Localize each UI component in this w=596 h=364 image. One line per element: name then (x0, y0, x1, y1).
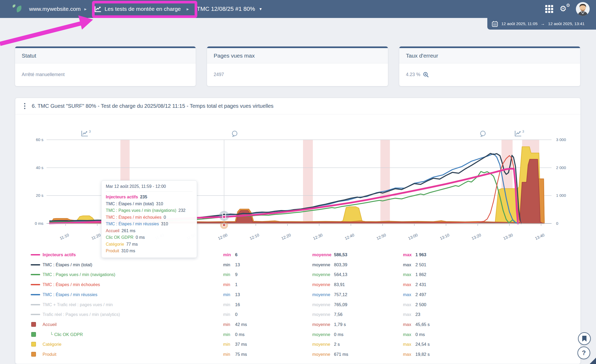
legend-label: TMC : Étapes / min réussies (43, 290, 97, 300)
legend-avg-key: moyenne (312, 260, 330, 270)
legend-max-key: max (403, 329, 411, 339)
legend-avg-key: moyenne (312, 279, 330, 290)
legend-row[interactable]: Trafic réel : Pages vues / min (analytic… (15, 309, 565, 319)
legend-line-swatch (31, 314, 40, 315)
legend-max-key: max (403, 300, 411, 310)
tooltip-series-value: 310 (156, 202, 163, 206)
legend-avg-value: 803,39 (334, 260, 347, 270)
legend-min-key: min (223, 250, 231, 260)
legend-row[interactable]: └ Clic OK GDPRmin0 msmoyenne0 msmax0 ms (15, 329, 565, 339)
bookmark-icon (582, 335, 587, 342)
legend-avg-key: moyenne (312, 329, 330, 339)
legend-avg-value: 2 s (334, 339, 340, 349)
card-value: Arrêté manuellement (22, 72, 65, 77)
user-avatar[interactable] (576, 2, 590, 16)
legend-avg-key: moyenne (312, 349, 330, 359)
legend-line-swatch (31, 274, 40, 275)
zoom-in-icon[interactable] (423, 72, 429, 78)
date-range-end: 12 août 2025, 13:41 (548, 21, 585, 26)
legend-min-value: 13 (235, 290, 240, 300)
tooltip-row: Clic OK GDPR0 ms (106, 234, 192, 241)
legend-row[interactable]: TMC : Étapes / min (total)min13moyenne80… (15, 260, 565, 270)
legend-max-key: max (403, 290, 411, 300)
apps-grid-icon[interactable] (545, 5, 553, 13)
card-statut: Statut Arrêté manuellement (15, 46, 196, 86)
legend-min-value: 37 ms (235, 339, 247, 349)
legend-min-key: min (223, 309, 230, 319)
run-selector[interactable]: TMC 12/08/25 #1 80% ▼ (197, 6, 262, 12)
legend-max-key: max (403, 339, 411, 349)
legend-row[interactable]: Catégoriemin37 msmoyenne2 smax24,54 s (15, 339, 565, 349)
legend-label: TMC + Trafic réel : pages vues / min (43, 300, 113, 310)
breadcrumb-section-load-tests[interactable]: Les tests de montée en charge (93, 6, 182, 12)
legend-label: Injecteurs actifs (43, 250, 76, 260)
legend-label: Produit (43, 349, 56, 359)
legend-box-swatch (31, 322, 36, 327)
legend-row[interactable]: Accueilmin42 msmoyenne1,79 smax45,65 s (15, 319, 565, 329)
legend-box-swatch (31, 352, 36, 357)
legend-row[interactable]: TMC : Étapes / min échouéesmin1moyenne83… (15, 279, 565, 290)
legend-box-swatch (31, 342, 36, 347)
legend-box-swatch (31, 332, 36, 337)
tooltip-series-label: Accueil (106, 228, 120, 233)
help-icon: ? (582, 349, 586, 357)
legend-avg-key: moyenne (312, 339, 330, 349)
legend-label: TMC : Étapes / min échouées (43, 279, 100, 290)
legend-min-key: min (223, 290, 230, 300)
legend-avg-value: 0 ms (334, 329, 343, 339)
tooltip-series-label: Clic OK GDPR (106, 235, 134, 240)
legend-label: Trafic réel : Pages vues / min (analytic… (43, 309, 120, 319)
date-range-start: 12 août 2025, 11:05 (501, 21, 538, 26)
tooltip-row: Accueil261 ms (106, 227, 192, 234)
tooltip-series-label: TMC : Étapes / min réussies (106, 222, 159, 226)
legend-avg-key: moyenne (312, 309, 330, 319)
tooltip-title: Mar 12 août 2025, 11:59 - 12:00 (106, 184, 192, 192)
tooltip-row: Catégorie77 ms (106, 241, 192, 248)
card-taux-erreur: Taux d'erreur 4.23 % (399, 46, 580, 86)
tooltip-series-value: 0 (164, 215, 166, 220)
legend-avg-value: 757,12 (334, 290, 347, 300)
help-button[interactable]: ? (577, 347, 590, 359)
legend-row[interactable]: TMC : Pages vues / min (navigations)min9… (15, 269, 565, 279)
tooltip-series-value: 77 ms (126, 242, 138, 246)
legend-avg-value: 586,53 (334, 250, 347, 260)
legend-max-key: max (403, 260, 411, 270)
navbar-actions: ⚙⚙ (545, 0, 596, 18)
legend-row[interactable]: TMC + Trafic réel : pages vues / minmin1… (15, 300, 565, 310)
legend-min-value: 13 (235, 260, 240, 270)
legend-min-key: min (223, 349, 230, 359)
legend-max-key: max (403, 309, 411, 319)
bookmark-button[interactable] (578, 332, 591, 345)
legend-row[interactable]: TMC : Étapes / min réussiesmin13moyenne7… (15, 290, 565, 300)
tooltip-row: Injecteurs actifs235 (106, 194, 192, 200)
card-value: 2497 (214, 72, 224, 77)
legend-max-key: max (403, 279, 411, 290)
card-body: 2497 (207, 63, 388, 86)
legend-min-key: min (223, 269, 230, 279)
legend-row[interactable]: Injecteurs actifsmin6moyenne586,53max1 9… (15, 250, 565, 260)
date-range-picker[interactable]: 12 août 2025, 11:05 → 12 août 2025, 13:4… (487, 18, 596, 30)
legend-avg-key: moyenne (312, 250, 331, 260)
tooltip-row: TMC : Étapes / min (total)310 (106, 200, 192, 207)
app-logo-leaf-icon (12, 4, 24, 14)
breadcrumb-site[interactable]: www.mywebsite.com (29, 6, 81, 12)
card-header: Taux d'erreur (399, 48, 580, 63)
tooltip-row: TMC : Pages vues / min (navigations)232 (106, 207, 192, 214)
card-title: Taux d'erreur (406, 53, 438, 59)
card-header: Statut (15, 48, 196, 63)
legend-row[interactable]: Produitmin75 msmoyenne671 msmax19,82 s (15, 349, 565, 359)
legend-min-value: 42 ms (235, 319, 247, 329)
legend-min-key: min (223, 260, 230, 270)
legend-avg-key: moyenne (312, 319, 330, 329)
tooltip-series-value: 310 (161, 222, 168, 226)
legend-max-value: 0 ms (415, 329, 425, 339)
calendar-icon (492, 21, 498, 27)
legend-max-key: max (403, 319, 411, 329)
card-body: 4.23 % (399, 63, 580, 86)
legend-max-value: 19,82 s (415, 349, 430, 359)
legend-min-value: 0 (235, 309, 237, 319)
legend-min-key: min (223, 300, 230, 310)
legend-max-key: max (403, 349, 411, 359)
chart-tooltip: Mar 12 août 2025, 11:59 - 12:00 Injecteu… (101, 180, 197, 258)
settings-gears-icon[interactable]: ⚙⚙ (560, 4, 570, 14)
